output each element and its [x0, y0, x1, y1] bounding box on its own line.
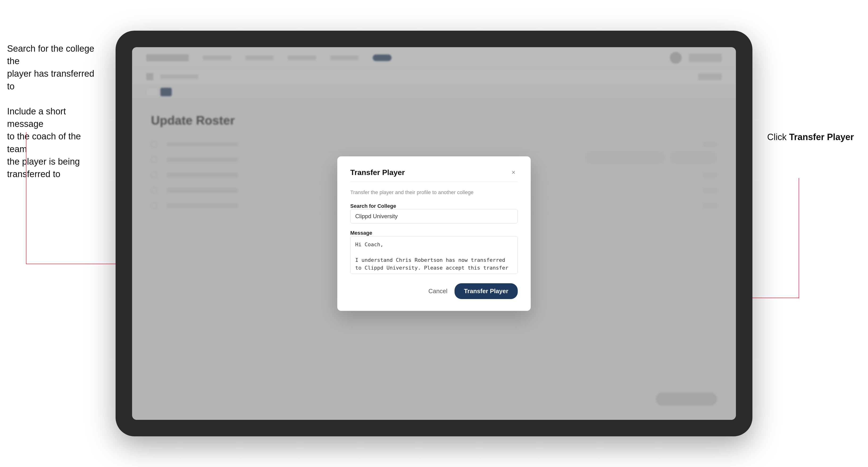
tablet-frame: Update Roster	[116, 31, 752, 436]
annotation-line-2: player has transferred to	[7, 67, 97, 92]
message-textarea[interactable]	[350, 236, 518, 274]
bracket-left-line	[26, 132, 26, 264]
modal-close-button[interactable]: ×	[509, 168, 518, 177]
annotation-line-1: Search for the college the	[7, 42, 97, 67]
annotation-line-5: the player is being	[7, 155, 97, 168]
modal-footer: Cancel Transfer Player	[350, 283, 518, 299]
annotation-right: Click Transfer Player	[767, 132, 854, 142]
message-label: Message	[350, 230, 372, 236]
modal-divider	[350, 182, 518, 182]
modal-header: Transfer Player ×	[350, 168, 518, 177]
transfer-player-button[interactable]: Transfer Player	[455, 283, 518, 299]
annotation-line-6: transferred to	[7, 168, 97, 181]
modal-subtitle: Transfer the player and their profile to…	[350, 189, 518, 195]
modal-overlay: Transfer Player × Transfer the player an…	[132, 47, 736, 420]
search-college-input[interactable]	[350, 209, 518, 223]
search-college-label: Search for College	[350, 203, 396, 209]
annotation-right-strong: Transfer Player	[789, 132, 854, 142]
annotation-left: Search for the college the player has tr…	[7, 42, 97, 181]
annotation-line-4: to the coach of the team	[7, 130, 97, 155]
transfer-player-modal: Transfer Player × Transfer the player an…	[337, 156, 531, 311]
cancel-button[interactable]: Cancel	[428, 287, 447, 295]
modal-title: Transfer Player	[350, 168, 405, 177]
annotation-right-pre: Click	[767, 132, 789, 142]
tablet-screen: Update Roster	[132, 47, 736, 420]
annotation-line-3: Include a short message	[7, 105, 97, 130]
bracket-right-vert	[799, 178, 799, 299]
